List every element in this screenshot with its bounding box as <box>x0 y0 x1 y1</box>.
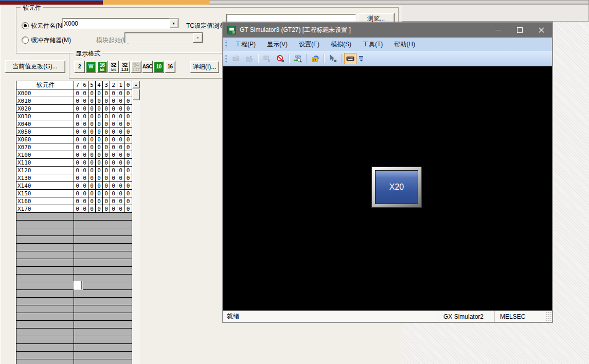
bit-cell[interactable]: 0 <box>96 97 103 105</box>
bit-cell[interactable]: 0 <box>124 143 132 151</box>
bit-cell[interactable]: 0 <box>110 89 117 97</box>
device-name-radio[interactable] <box>22 22 29 29</box>
menu-item[interactable]: 工具(T) <box>357 38 388 51</box>
empty-table-row[interactable] <box>16 359 132 364</box>
scrollbar-thumb[interactable] <box>132 89 140 100</box>
bit-cell[interactable]: 0 <box>110 182 117 190</box>
bit-cell[interactable]: 0 <box>117 143 124 151</box>
resize-grip-icon[interactable] <box>546 311 552 322</box>
device-name-cell[interactable]: X120 <box>16 167 74 174</box>
device-name-cell[interactable]: X140 <box>16 182 74 190</box>
keyboard-icon[interactable] <box>344 53 356 64</box>
bit-cell[interactable]: 0 <box>96 143 103 151</box>
device-name-cell[interactable]: X060 <box>16 136 74 143</box>
bit-cell[interactable]: 0 <box>81 128 88 136</box>
bit-cell[interactable]: 0 <box>117 190 124 197</box>
table-row[interactable]: X010 0 0 0 0 0 0 0 0 <box>16 97 132 105</box>
bit-cell[interactable]: 0 <box>96 159 103 167</box>
device-name-cell[interactable]: X040 <box>16 120 74 128</box>
empty-table-row[interactable] <box>16 305 132 313</box>
empty-table-row[interactable] <box>16 290 132 298</box>
bit-cell[interactable]: 0 <box>110 151 117 159</box>
bit-cell[interactable]: 0 <box>117 159 124 167</box>
table-row[interactable]: X150 0 0 0 0 0 0 0 0 <box>16 190 132 197</box>
bit-cell[interactable]: 0 <box>74 182 81 190</box>
bit-cell[interactable]: 0 <box>103 182 110 190</box>
device-name-cell[interactable]: X100 <box>16 151 74 159</box>
bit-cell[interactable]: 0 <box>124 205 132 213</box>
bit-cell[interactable]: 0 <box>124 89 132 97</box>
table-row[interactable]: X120 0 0 0 0 0 0 0 0 <box>16 167 132 174</box>
bit-cell[interactable]: 0 <box>103 89 110 97</box>
bit-cell[interactable]: 0 <box>117 136 124 143</box>
device-name-combobox[interactable]: ▼ <box>62 18 179 29</box>
bit-cell[interactable]: 0 <box>81 89 88 97</box>
bit-cell[interactable]: 0 <box>81 190 88 197</box>
table-row[interactable]: X160 0 0 0 0 0 0 0 0 <box>16 197 132 205</box>
table-row[interactable]: X030 0 0 0 0 0 0 0 0 <box>16 113 132 120</box>
bit-cell[interactable]: 0 <box>124 105 132 113</box>
empty-table-row[interactable] <box>16 352 132 359</box>
hmi-x20-button-face[interactable]: X20 <box>375 170 418 204</box>
bit-cell[interactable]: 0 <box>110 174 117 182</box>
bit-cell[interactable]: 0 <box>74 128 81 136</box>
bit-cell[interactable]: 0 <box>117 128 124 136</box>
bit-cell[interactable]: 0 <box>96 197 103 205</box>
bit-cell[interactable]: 0 <box>81 174 88 182</box>
device-name-cell[interactable]: X030 <box>16 113 74 120</box>
empty-table-row[interactable] <box>16 329 132 336</box>
bit-cell[interactable]: 0 <box>88 128 96 136</box>
bit-cell[interactable]: 0 <box>96 182 103 190</box>
bit-cell[interactable]: 0 <box>96 190 103 197</box>
empty-table-row[interactable] <box>16 251 132 259</box>
monitor-start-icon[interactable] <box>261 53 273 64</box>
menu-item[interactable]: 帮助(H) <box>388 38 421 51</box>
bit-cell[interactable]: 0 <box>110 159 117 167</box>
bit-cell[interactable]: 0 <box>74 120 81 128</box>
toolbar-overflow-icon[interactable] <box>358 53 365 64</box>
bit-cell[interactable]: 0 <box>88 159 96 167</box>
bit-cell[interactable]: 0 <box>88 151 96 159</box>
bit-cell[interactable]: 0 <box>96 128 103 136</box>
empty-table-row[interactable] <box>16 321 132 329</box>
table-row[interactable]: X050 0 0 0 0 0 0 0 0 <box>16 128 132 136</box>
table-row[interactable]: X000 0 0 0 0 0 0 0 0 <box>16 89 132 97</box>
bit-cell[interactable]: 0 <box>124 97 132 105</box>
bit-cell[interactable]: 0 <box>81 151 88 159</box>
bit-cell[interactable]: 0 <box>81 143 88 151</box>
bit-cell[interactable]: 0 <box>110 167 117 174</box>
bit-cell[interactable]: 0 <box>117 167 124 174</box>
bit-cell[interactable]: 0 <box>117 151 124 159</box>
bit-cell[interactable]: 0 <box>74 97 81 105</box>
format-hex-button[interactable]: 16 <box>165 61 175 73</box>
bit-cell[interactable]: 0 <box>110 113 117 120</box>
menu-item[interactable]: 显示(V) <box>261 38 293 51</box>
table-row[interactable]: X130 0 0 0 0 0 0 0 0 <box>16 174 132 182</box>
open-icon[interactable] <box>243 53 256 64</box>
device-name-cell[interactable]: X130 <box>16 174 74 182</box>
device-name-cell[interactable]: X070 <box>16 143 74 151</box>
menu-item[interactable]: 工程(P) <box>229 38 261 51</box>
empty-table-row[interactable] <box>16 267 132 275</box>
table-row[interactable]: X070 0 0 0 0 0 0 0 0 <box>16 143 132 151</box>
bit-cell[interactable]: 0 <box>81 205 88 213</box>
table-row[interactable]: X040 0 0 0 0 0 0 0 0 <box>16 120 132 128</box>
bit-cell[interactable]: 0 <box>124 120 132 128</box>
bit-cell[interactable]: 0 <box>74 205 81 213</box>
bit-cell[interactable]: 0 <box>88 136 96 143</box>
bit-cell[interactable]: 0 <box>117 205 124 213</box>
device-name-cell[interactable]: X050 <box>16 128 74 136</box>
bit-cell[interactable]: 0 <box>117 174 124 182</box>
bit-cell[interactable]: 0 <box>96 151 103 159</box>
minimize-button[interactable] <box>487 23 509 38</box>
detail-button[interactable]: 详细(I)... <box>190 61 219 73</box>
bit-cell[interactable]: 0 <box>124 113 132 120</box>
bit-cell[interactable]: 0 <box>110 197 117 205</box>
bit-cell[interactable]: 0 <box>81 120 88 128</box>
option-tool-icon[interactable] <box>327 53 339 64</box>
format-16bit-button[interactable]: 16bit <box>97 61 108 73</box>
bit-cell[interactable]: 0 <box>88 89 96 97</box>
bit-cell[interactable]: 0 <box>124 151 132 159</box>
bit-cell[interactable]: 0 <box>96 89 103 97</box>
toolbar-grip[interactable] <box>225 54 227 63</box>
